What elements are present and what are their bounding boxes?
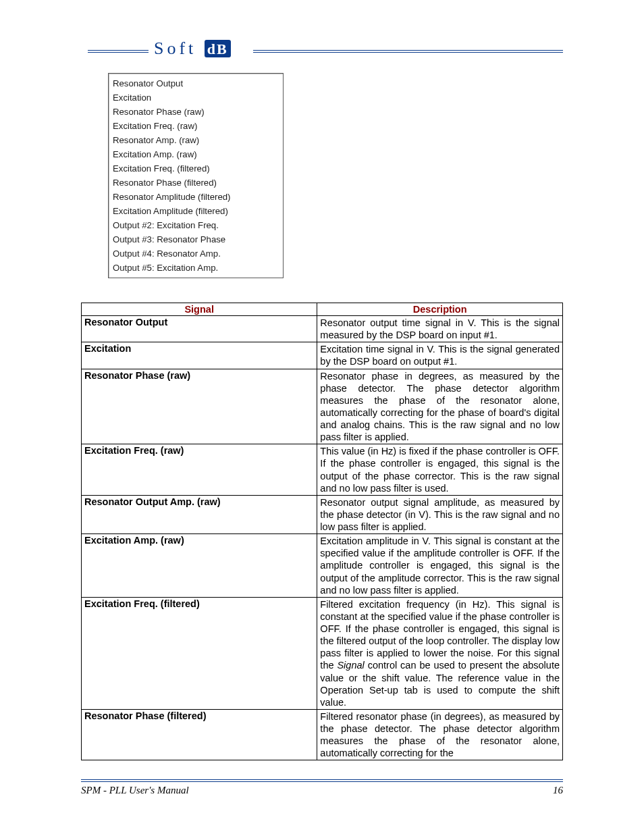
table-row: Resonator Phase (filtered) Filtered reso… <box>82 709 563 760</box>
table-row: Resonator Output Resonator output time s… <box>82 316 563 342</box>
footer-page: 16 <box>553 785 563 796</box>
list-item[interactable]: Output #2: Excitation Freq. <box>113 218 279 232</box>
logo-text-left: Soft <box>154 38 196 58</box>
table-row: Resonator Phase (raw) Resonator phase in… <box>82 369 563 444</box>
cell-desc: Resonator output time signal in V. This … <box>317 316 563 342</box>
list-item[interactable]: Excitation Freq. (raw) <box>113 119 279 133</box>
table-row: Resonator Output Amp. (raw) Resonator ou… <box>82 495 563 533</box>
logo-text-right: dB <box>205 40 231 57</box>
cell-desc: Filtered resonator phase (in degrees), a… <box>317 709 563 760</box>
cell-signal: Excitation Freq. (raw) <box>82 444 317 496</box>
list-item[interactable]: Resonator Phase (raw) <box>113 105 279 119</box>
cell-desc: Excitation amplitude in V. This signal i… <box>317 534 563 598</box>
list-item[interactable]: Excitation <box>113 90 279 105</box>
rule-left <box>88 50 149 53</box>
footer-title: SPM - PLL User's Manual <box>81 785 189 796</box>
list-item[interactable]: Excitation Amplitude (filtered) <box>113 204 279 218</box>
list-item[interactable]: Resonator Amp. (raw) <box>113 133 279 147</box>
cell-signal: Excitation Amp. (raw) <box>82 534 317 598</box>
list-item[interactable]: Resonator Output <box>113 76 279 90</box>
header-rule: Soft dB <box>81 41 563 61</box>
signal-description-table: Signal Description Resonator Output Reso… <box>81 303 563 760</box>
cell-signal: Resonator Output Amp. (raw) <box>82 495 317 533</box>
header-description: Description <box>317 303 563 316</box>
cell-desc: Resonator output signal amplitude, as me… <box>317 495 563 533</box>
rule-right <box>253 50 563 53</box>
cell-desc: Resonator phase in degrees, as measured … <box>317 369 563 444</box>
cell-desc: Excitation time signal in V. This is the… <box>317 342 563 369</box>
cell-desc: Filtered excitation frequency (in Hz). T… <box>317 597 563 709</box>
logo: Soft dB <box>154 38 231 59</box>
list-item[interactable]: Excitation Amp. (raw) <box>113 147 279 161</box>
table-row: Excitation Amp. (raw) Excitation amplitu… <box>82 534 563 598</box>
cell-signal: Resonator Output <box>82 316 317 342</box>
list-item[interactable]: Output #3: Resonator Phase <box>113 232 279 246</box>
list-item[interactable]: Excitation Freq. (filtered) <box>113 161 279 176</box>
header-signal: Signal <box>82 303 317 316</box>
footer-rule <box>81 779 563 782</box>
table-row: Excitation Freq. (raw) This value (in Hz… <box>82 444 563 496</box>
cell-signal: Resonator Phase (raw) <box>82 369 317 444</box>
table-header-row: Signal Description <box>82 303 563 316</box>
list-item[interactable]: Output #5: Excitation Amp. <box>113 261 279 275</box>
page-footer: SPM - PLL User's Manual 16 <box>81 779 563 796</box>
signal-listbox[interactable]: Resonator Output Excitation Resonator Ph… <box>108 73 284 278</box>
cell-desc: This value (in Hz) is fixed if the phase… <box>317 444 563 496</box>
list-item[interactable]: Output #4: Resonator Amp. <box>113 246 279 261</box>
cell-signal: Resonator Phase (filtered) <box>82 709 317 760</box>
list-item[interactable]: Resonator Amplitude (filtered) <box>113 190 279 204</box>
table-row: Excitation Excitation time signal in V. … <box>82 342 563 369</box>
table-row: Excitation Freq. (filtered) Filtered exc… <box>82 597 563 709</box>
cell-signal: Excitation Freq. (filtered) <box>82 597 317 709</box>
cell-signal: Excitation <box>82 342 317 369</box>
list-item[interactable]: Resonator Phase (filtered) <box>113 176 279 190</box>
